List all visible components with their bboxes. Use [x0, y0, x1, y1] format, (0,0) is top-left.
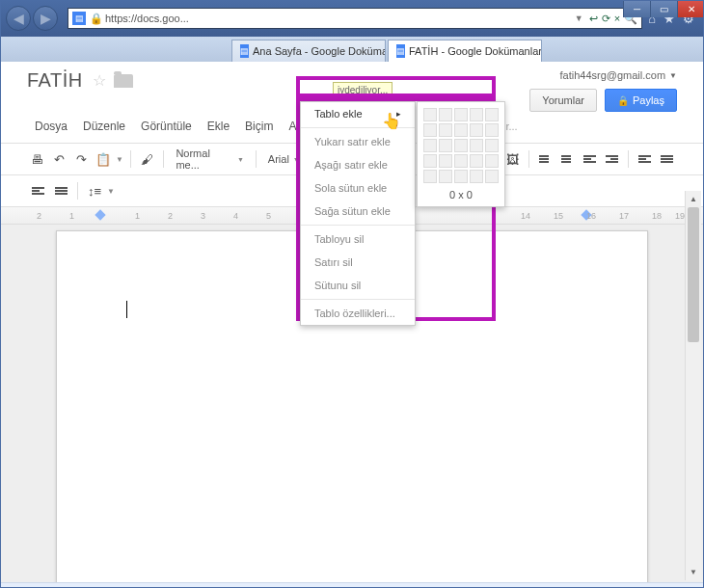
- browser-tab[interactable]: ▤ Ana Sayfa - Google Dokümanlar: [231, 40, 386, 62]
- stop-icon[interactable]: ×: [614, 13, 620, 24]
- clipboard-icon[interactable]: 📋: [94, 148, 114, 170]
- status-bar: [0, 582, 704, 588]
- paint-format-icon[interactable]: 🖌: [137, 148, 157, 170]
- table-size-cell[interactable]: [485, 123, 499, 137]
- print-icon[interactable]: 🖶: [27, 148, 47, 170]
- chevron-down-icon[interactable]: ▼: [116, 155, 125, 164]
- ruler-tick: 1: [69, 211, 74, 221]
- user-email[interactable]: fatih44srg@gmail.com ▼: [529, 69, 677, 81]
- table-size-cell[interactable]: [439, 123, 452, 137]
- paragraph-style-select[interactable]: Normal me...▼: [170, 148, 250, 170]
- table-size-cell[interactable]: [423, 123, 437, 137]
- comments-button[interactable]: Yorumlar: [529, 89, 597, 112]
- scroll-up-icon[interactable]: ▲: [686, 191, 701, 207]
- tutorial-highlight: [296, 76, 496, 97]
- table-size-cell[interactable]: [454, 123, 468, 137]
- window-maximize-button[interactable]: ▭: [650, 0, 677, 17]
- browser-tab[interactable]: ▤ FATİH - Google Dokümanlar ×: [388, 40, 542, 62]
- menu-item-col-right[interactable]: Sağa sütun ekle: [301, 200, 415, 223]
- nav-forward-button[interactable]: ▶: [33, 6, 58, 31]
- chevron-down-icon[interactable]: ▼: [107, 187, 117, 196]
- table-size-label: 0 x 0: [423, 183, 499, 200]
- ruler-tick: 4: [233, 211, 238, 221]
- align-left-icon[interactable]: [27, 180, 48, 201]
- image-icon[interactable]: 🖼: [502, 148, 523, 170]
- table-size-cell[interactable]: [454, 154, 468, 168]
- text-cursor: [126, 301, 127, 318]
- nav-back-button[interactable]: ◀: [6, 6, 31, 31]
- ruler-tick: 14: [521, 211, 530, 221]
- menu-edit[interactable]: Düzenle: [75, 116, 133, 137]
- table-size-cell[interactable]: [423, 139, 437, 152]
- menu-insert[interactable]: Ekle: [200, 116, 237, 137]
- scroll-down-icon[interactable]: ▼: [686, 564, 701, 580]
- table-size-cell[interactable]: [439, 139, 452, 152]
- menu-item-row-above[interactable]: Yukarı satır ekle: [301, 130, 415, 153]
- table-size-cell[interactable]: [470, 108, 483, 121]
- table-size-cell[interactable]: [485, 170, 499, 183]
- ruler-tick: 19: [675, 211, 685, 221]
- table-size-cell[interactable]: [485, 154, 499, 168]
- refresh-icon[interactable]: ⟳: [602, 13, 610, 25]
- url-dropdown-icon[interactable]: ▼: [575, 13, 583, 23]
- numbered-list-icon[interactable]: [557, 148, 578, 170]
- ruler-tick: 3: [201, 211, 205, 221]
- browser-titlebar: ◀ ▶ ▤ 🔒 https://docs.goo... ▼ ↩ ⟳ × 🔍 ⌂ …: [0, 0, 704, 37]
- star-icon[interactable]: ☆: [93, 71, 106, 90]
- compat-view-icon[interactable]: ↩: [589, 13, 598, 25]
- menu-view[interactable]: Görüntüle: [133, 116, 200, 137]
- ruler-tick: 2: [168, 211, 173, 221]
- table-size-cell[interactable]: [439, 170, 452, 183]
- table-size-cell[interactable]: [470, 123, 483, 137]
- ruler-tick: 1: [135, 211, 140, 221]
- table-size-cell[interactable]: [485, 139, 499, 152]
- table-menu-dropdown: Tablo ekle ▸ Yukarı satır ekle Aşağı sat…: [300, 101, 416, 326]
- share-button[interactable]: 🔒 Paylaş: [605, 89, 677, 112]
- menu-format[interactable]: Biçim: [237, 116, 281, 137]
- folder-icon[interactable]: [114, 74, 133, 88]
- undo-icon[interactable]: ↶: [49, 148, 69, 170]
- table-size-cell[interactable]: [423, 154, 437, 168]
- doc-title[interactable]: FATİH: [27, 69, 83, 92]
- window-minimize-button[interactable]: ─: [623, 0, 650, 17]
- table-size-picker[interactable]: 0 x 0: [417, 101, 505, 207]
- align-justify-icon[interactable]: [657, 148, 677, 170]
- table-size-cell[interactable]: [454, 139, 468, 152]
- scroll-thumb[interactable]: [688, 207, 699, 342]
- menu-item-row-below[interactable]: Aşağı satır ekle: [301, 153, 415, 176]
- table-size-cell[interactable]: [485, 108, 499, 121]
- tab-favicon: ▤: [240, 44, 249, 58]
- table-size-cell[interactable]: [454, 170, 468, 183]
- vertical-scrollbar[interactable]: ▲ ▼: [685, 191, 701, 580]
- menu-item-delete-row[interactable]: Satırı sil: [301, 251, 415, 274]
- align-justify-icon[interactable]: [50, 180, 71, 201]
- align-left-icon[interactable]: [635, 148, 655, 170]
- menu-item-table-props[interactable]: Tablo özellikleri...: [301, 302, 415, 325]
- menu-file[interactable]: Dosya: [27, 116, 75, 137]
- table-size-cell[interactable]: [439, 154, 452, 168]
- menu-item-delete-col[interactable]: Sütunu sil: [301, 274, 415, 297]
- table-size-cell[interactable]: [470, 139, 483, 152]
- ruler-tick: 16: [586, 211, 596, 221]
- redo-icon[interactable]: ↷: [71, 148, 92, 170]
- browser-tab-bar: ▤ Ana Sayfa - Google Dokümanlar ▤ FATİH …: [0, 37, 704, 62]
- table-size-cell[interactable]: [439, 108, 452, 121]
- table-size-cell[interactable]: [423, 170, 437, 183]
- menu-item-delete-table[interactable]: Tabloyu sil: [301, 227, 415, 251]
- table-size-cell[interactable]: [470, 170, 483, 183]
- increase-indent-icon[interactable]: [602, 148, 622, 170]
- table-size-cell[interactable]: [454, 108, 468, 121]
- tab-favicon: ▤: [396, 44, 405, 58]
- line-spacing-icon[interactable]: ↕≡: [84, 180, 105, 201]
- table-size-grid[interactable]: [423, 108, 499, 183]
- table-size-cell[interactable]: [470, 154, 483, 168]
- menu-item-insert-table[interactable]: Tablo ekle ▸: [301, 102, 415, 125]
- ruler-tick: 2: [37, 211, 41, 221]
- bulleted-list-icon[interactable]: [535, 148, 555, 170]
- address-bar[interactable]: ▤ 🔒 https://docs.goo... ▼ ↩ ⟳ × 🔍: [68, 8, 642, 29]
- table-size-cell[interactable]: [423, 108, 437, 121]
- menu-item-col-left[interactable]: Sola sütun ekle: [301, 176, 415, 200]
- decrease-indent-icon[interactable]: [580, 148, 600, 170]
- indent-marker[interactable]: [95, 209, 105, 220]
- window-close-button[interactable]: ✕: [677, 0, 704, 17]
